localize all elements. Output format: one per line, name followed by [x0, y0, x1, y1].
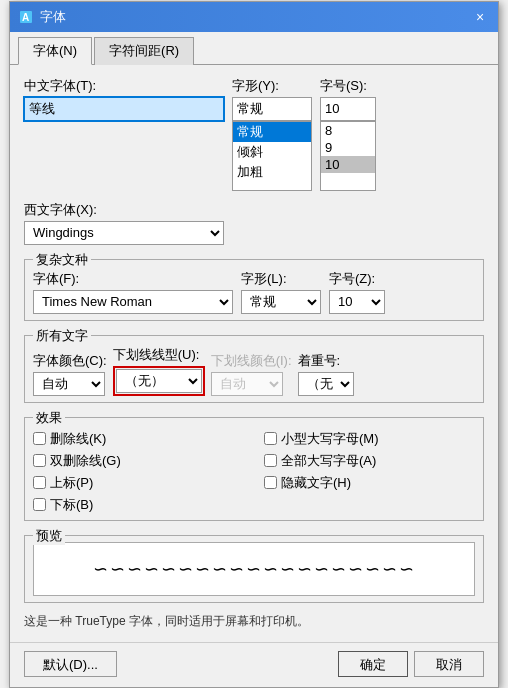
all-caps-checkbox[interactable] — [264, 454, 277, 467]
effects-section: 效果 删除线(K) 小型大写字母(M) 双删除线(G) 全部大写字母(A) — [24, 417, 484, 521]
complex-section-title: 复杂文种 — [33, 251, 91, 269]
effect-double-strikethrough: 双删除线(G) — [33, 452, 244, 470]
svg-text:A: A — [22, 12, 29, 23]
emphasis-select[interactable]: （无） — [298, 372, 354, 396]
complex-size-select[interactable]: 10 — [329, 290, 385, 314]
style-label: 字形(Y): — [232, 77, 312, 95]
style-item-bold[interactable]: 加粗 — [233, 162, 311, 182]
size-item-8[interactable]: 8 — [321, 122, 375, 139]
complex-style-select[interactable]: 常规 — [241, 290, 321, 314]
cn-font-row: 中文字体(T): 字形(Y): 常规 倾斜 加粗 字号(S): — [24, 77, 484, 191]
all-text-title: 所有文字 — [33, 327, 91, 345]
tab-bar: 字体(N) 字符间距(R) — [10, 32, 498, 65]
emphasis-group: 着重号: （无） — [298, 352, 354, 396]
complex-font-group: 字体(F): Times New Roman — [33, 270, 233, 314]
size-item-10[interactable]: 10 — [321, 156, 375, 173]
all-caps-label: 全部大写字母(A) — [281, 452, 376, 470]
all-text-row: 字体颜色(C): 自动 下划线线型(U): （无） 下划线颜色(I): — [33, 346, 475, 396]
color-label: 字体颜色(C): — [33, 352, 107, 370]
complex-font-label: 字体(F): — [33, 270, 233, 288]
default-button[interactable]: 默认(D)... — [24, 651, 117, 677]
style-input[interactable] — [232, 97, 312, 121]
superscript-label: 上标(P) — [50, 474, 93, 492]
small-caps-label: 小型大写字母(M) — [281, 430, 379, 448]
complex-font-select[interactable]: Times New Roman — [33, 290, 233, 314]
complex-style-group: 字形(L): 常规 — [241, 270, 321, 314]
west-font-label: 西文字体(X): — [24, 201, 484, 219]
strikethrough-checkbox[interactable] — [33, 432, 46, 445]
dialog-icon: A — [18, 9, 34, 25]
cn-font-group: 中文字体(T): — [24, 77, 224, 121]
color-group: 字体颜色(C): 自动 — [33, 352, 107, 396]
size-item-9[interactable]: 9 — [321, 139, 375, 156]
all-text-section: 所有文字 字体颜色(C): 自动 下划线线型(U): （无） — [24, 335, 484, 403]
size-input[interactable] — [320, 97, 376, 121]
west-font-select[interactable]: Wingdings — [24, 221, 224, 245]
dialog-title: 字体 — [40, 8, 470, 26]
underline-color-select[interactable]: 自动 — [211, 372, 283, 396]
size-label: 字号(S): — [320, 77, 376, 95]
preview-box: ∽∽∽∽∽∽∽∽∽∽∽∽∽∽∽∽∽∽∽ — [33, 542, 475, 596]
font-dialog: A 字体 × 字体(N) 字符间距(R) 中文字体(T): 字形(Y): 常规 — [9, 1, 499, 688]
effect-small-caps: 小型大写字母(M) — [264, 430, 475, 448]
underline-type-group: 下划线线型(U): （无） — [113, 346, 205, 396]
ok-cancel-group: 确定 取消 — [338, 651, 484, 677]
subscript-checkbox[interactable] — [33, 498, 46, 511]
preview-section: 预览 ∽∽∽∽∽∽∽∽∽∽∽∽∽∽∽∽∽∽∽ — [24, 535, 484, 603]
double-strikethrough-checkbox[interactable] — [33, 454, 46, 467]
footer-note: 这是一种 TrueType 字体，同时适用于屏幕和打印机。 — [24, 613, 484, 630]
complex-section: 复杂文种 字体(F): Times New Roman 字形(L): 常规 字号… — [24, 259, 484, 321]
west-font-group: 西文字体(X): Wingdings — [24, 201, 484, 245]
complex-size-label: 字号(Z): — [329, 270, 385, 288]
hidden-label: 隐藏文字(H) — [281, 474, 351, 492]
preview-title: 预览 — [33, 527, 65, 545]
style-item-italic[interactable]: 倾斜 — [233, 142, 311, 162]
subscript-label: 下标(B) — [50, 496, 93, 514]
size-group: 字号(S): 8 9 10 — [320, 77, 376, 191]
cn-font-label: 中文字体(T): — [24, 77, 224, 95]
size-listbox[interactable]: 8 9 10 — [320, 121, 376, 191]
underline-color-label: 下划线颜色(I): — [211, 352, 292, 370]
tab-spacing[interactable]: 字符间距(R) — [94, 37, 194, 65]
complex-size-group: 字号(Z): 10 — [329, 270, 385, 314]
tab-font[interactable]: 字体(N) — [18, 37, 92, 65]
effects-grid: 删除线(K) 小型大写字母(M) 双删除线(G) 全部大写字母(A) 上标(P) — [33, 430, 475, 514]
dialog-buttons: 默认(D)... 确定 取消 — [10, 642, 498, 687]
preview-text: ∽∽∽∽∽∽∽∽∽∽∽∽∽∽∽∽∽∽∽ — [93, 558, 416, 580]
title-bar: A 字体 × — [10, 2, 498, 32]
ok-button[interactable]: 确定 — [338, 651, 408, 677]
color-select[interactable]: 自动 — [33, 372, 105, 396]
strikethrough-label: 删除线(K) — [50, 430, 106, 448]
tab-content: 中文字体(T): 字形(Y): 常规 倾斜 加粗 字号(S): — [10, 65, 498, 642]
complex-row: 字体(F): Times New Roman 字形(L): 常规 字号(Z): … — [33, 270, 475, 314]
underline-highlight-border: （无） — [113, 366, 205, 396]
emphasis-label: 着重号: — [298, 352, 354, 370]
hidden-checkbox[interactable] — [264, 476, 277, 489]
effect-subscript: 下标(B) — [33, 496, 244, 514]
effect-hidden: 隐藏文字(H) — [264, 474, 475, 492]
complex-style-label: 字形(L): — [241, 270, 321, 288]
close-button[interactable]: × — [470, 7, 490, 27]
underline-type-label: 下划线线型(U): — [113, 346, 205, 364]
underline-color-group: 下划线颜色(I): 自动 — [211, 352, 292, 396]
effects-title: 效果 — [33, 409, 65, 427]
cancel-button[interactable]: 取消 — [414, 651, 484, 677]
effect-superscript: 上标(P) — [33, 474, 244, 492]
style-group: 字形(Y): 常规 倾斜 加粗 — [232, 77, 312, 191]
double-strikethrough-label: 双删除线(G) — [50, 452, 121, 470]
style-item-regular[interactable]: 常规 — [233, 122, 311, 142]
cn-font-input[interactable] — [24, 97, 224, 121]
effect-strikethrough: 删除线(K) — [33, 430, 244, 448]
superscript-checkbox[interactable] — [33, 476, 46, 489]
underline-type-select[interactable]: （无） — [116, 369, 202, 393]
style-listbox[interactable]: 常规 倾斜 加粗 — [232, 121, 312, 191]
small-caps-checkbox[interactable] — [264, 432, 277, 445]
effect-all-caps: 全部大写字母(A) — [264, 452, 475, 470]
